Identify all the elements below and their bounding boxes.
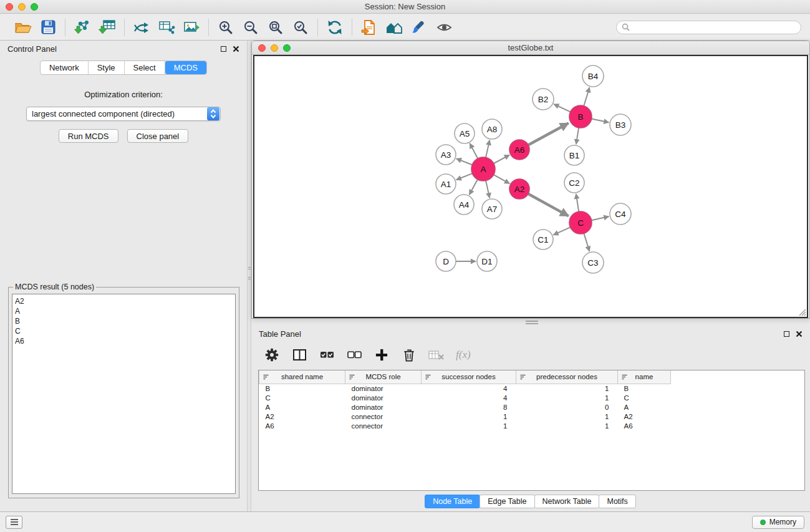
- style-button[interactable]: [410, 18, 428, 37]
- column-header-mcds-role[interactable]: MCDS role: [345, 370, 422, 384]
- task-history-button[interactable]: [6, 516, 22, 529]
- graph-edge-B-B1[interactable]: [576, 128, 579, 144]
- mcds-result-item[interactable]: A: [15, 306, 233, 316]
- function-builder-button[interactable]: f(x): [456, 347, 471, 363]
- import-table-button[interactable]: [98, 18, 117, 37]
- table-row[interactable]: A6connector11A6: [259, 421, 671, 430]
- zoom-window-icon[interactable]: [31, 3, 38, 11]
- tab-network-table[interactable]: Network Table: [534, 495, 600, 508]
- graph-edge-B-B3[interactable]: [592, 119, 609, 123]
- tab-network[interactable]: Network: [41, 61, 89, 74]
- zoom-selected-button[interactable]: [291, 18, 310, 37]
- graph-edge-A-A3[interactable]: [456, 158, 473, 165]
- table-row[interactable]: Bdominator41B: [259, 384, 671, 393]
- new-network-button[interactable]: [132, 18, 151, 37]
- graph-edge-A-A1[interactable]: [456, 173, 473, 180]
- minimize-window-icon[interactable]: [18, 3, 26, 11]
- mcds-result-item[interactable]: C: [15, 326, 233, 336]
- node-table-container: shared nameMCDS rolesuccessor nodesprede…: [258, 370, 805, 491]
- memory-label: Memory: [769, 518, 796, 526]
- network-window-titlebar[interactable]: testGlobe.txt: [252, 41, 809, 55]
- graph-edge-B-B4[interactable]: [584, 87, 589, 106]
- column-header-predecessor-nodes[interactable]: predecessor nodes: [516, 370, 618, 384]
- graph-edge-A-A2[interactable]: [494, 175, 510, 183]
- graph-edge-C-C4[interactable]: [592, 216, 609, 220]
- graph-edge-A-A5[interactable]: [470, 143, 478, 158]
- column-header-shared-name[interactable]: shared name: [259, 370, 345, 384]
- search-icon: [622, 23, 630, 31]
- graph-node-label-B2: B2: [538, 95, 549, 104]
- tab-mcds[interactable]: MCDS: [165, 61, 206, 74]
- export-image-button[interactable]: [182, 18, 201, 37]
- minimize-network-window-icon[interactable]: [271, 44, 278, 52]
- application-window: Session: New Session: [0, 0, 810, 532]
- graph-edge-A2-C[interactable]: [528, 194, 569, 216]
- table-toolbar: f(x): [251, 343, 810, 367]
- graph-edge-A-A6[interactable]: [494, 155, 509, 164]
- close-network-window-icon[interactable]: [258, 44, 266, 52]
- graph-edge-B-B2[interactable]: [554, 104, 571, 112]
- run-mcds-button[interactable]: Run MCDS: [59, 129, 118, 143]
- search-field[interactable]: [616, 21, 801, 34]
- tab-node-table[interactable]: Node Table: [425, 495, 480, 508]
- graph-edge-C-C1[interactable]: [553, 227, 570, 235]
- zoom-in-button[interactable]: [216, 18, 235, 37]
- column-header-successor-nodes[interactable]: successor nodes: [422, 370, 516, 384]
- graph-edge-A-A4[interactable]: [470, 180, 478, 195]
- delete-table-button[interactable]: [428, 347, 445, 363]
- import-network-table-button[interactable]: [157, 18, 176, 37]
- unselect-all-columns-button[interactable]: [346, 347, 362, 363]
- mcds-result-list[interactable]: A2ABCA6: [12, 294, 236, 494]
- network-canvas-svg[interactable]: B4B2BB3A5A8A6B1A3AA1C2A2A4A7C4CC1C3DD1: [254, 56, 808, 318]
- close-panel-icon[interactable]: [233, 46, 239, 52]
- create-column-button[interactable]: [374, 347, 390, 363]
- table-row[interactable]: Cdominator41C: [259, 393, 671, 402]
- show-graphics-button[interactable]: [435, 18, 453, 37]
- search-input[interactable]: [633, 23, 796, 32]
- graph-node-label-A7: A7: [487, 205, 498, 214]
- home-button[interactable]: [385, 18, 403, 37]
- float-table-panel-icon[interactable]: [784, 331, 789, 337]
- plus-icon: [375, 348, 388, 362]
- apply-layout-button[interactable]: [325, 18, 344, 37]
- tab-style[interactable]: Style: [89, 61, 125, 74]
- show-columns-button[interactable]: [291, 347, 307, 363]
- resize-grip-icon[interactable]: [798, 308, 806, 316]
- graph-edge-C-C2[interactable]: [576, 194, 579, 211]
- memory-button[interactable]: Memory: [752, 516, 804, 529]
- delete-column-button[interactable]: [401, 347, 417, 363]
- graph-edge-C-C3[interactable]: [584, 233, 589, 251]
- save-session-button[interactable]: [39, 18, 57, 37]
- zoom-network-window-icon[interactable]: [283, 44, 291, 52]
- open-session-button[interactable]: [14, 18, 32, 37]
- tab-motifs[interactable]: Motifs: [599, 495, 635, 508]
- criterion-select[interactable]: largest connected component (directed): [26, 107, 221, 121]
- horizontal-splitter[interactable]: [251, 319, 810, 326]
- zoom-fit-button[interactable]: [266, 18, 285, 37]
- zoom-out-button[interactable]: [241, 18, 260, 37]
- graph-edge-A6-B[interactable]: [528, 123, 569, 145]
- mcds-result-item[interactable]: B: [15, 316, 233, 326]
- mcds-result-item[interactable]: A6: [15, 336, 233, 346]
- graph-edge-A-A7[interactable]: [486, 181, 489, 198]
- eye-icon: [436, 21, 452, 34]
- table-row[interactable]: A2connector11A2: [259, 412, 671, 421]
- export-document-button[interactable]: [360, 18, 378, 37]
- vertical-splitter[interactable]: [247, 41, 251, 512]
- tab-select[interactable]: Select: [125, 61, 165, 74]
- table-row[interactable]: Adominator80A: [259, 402, 671, 412]
- table-settings-button[interactable]: [264, 347, 280, 363]
- column-header-name[interactable]: name: [618, 370, 671, 384]
- close-window-icon[interactable]: [6, 3, 13, 11]
- float-panel-icon[interactable]: [221, 46, 226, 52]
- tab-edge-table[interactable]: Edge Table: [480, 495, 534, 508]
- graph-node-label-A1: A1: [441, 180, 451, 189]
- close-table-panel-icon[interactable]: [796, 331, 803, 337]
- memory-status-icon: [760, 520, 766, 525]
- select-all-columns-button[interactable]: [319, 347, 335, 363]
- graph-edge-A-A8[interactable]: [486, 140, 489, 158]
- import-network-button[interactable]: [73, 18, 92, 37]
- close-panel-button[interactable]: Close panel: [127, 129, 189, 143]
- network-canvas[interactable]: B4B2BB3A5A8A6B1A3AA1C2A2A4A7C4CC1C3DD1: [253, 55, 808, 318]
- mcds-result-item[interactable]: A2: [15, 296, 233, 306]
